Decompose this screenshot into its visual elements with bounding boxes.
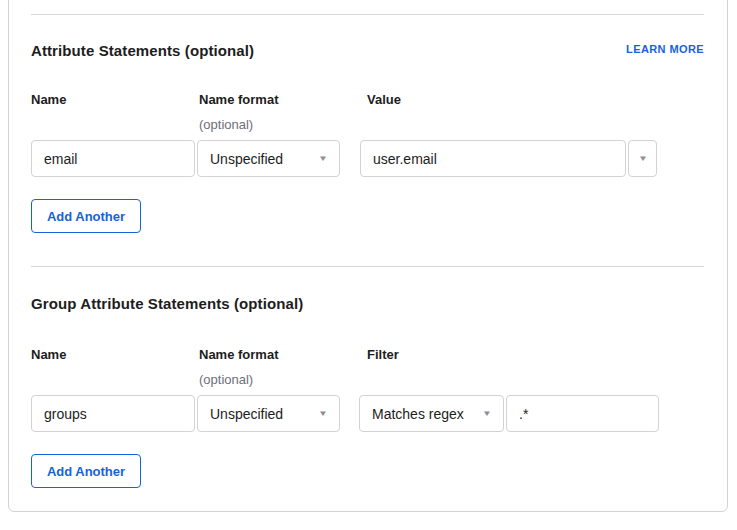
group-filter-type-selected-value: Matches regex bbox=[372, 406, 464, 422]
group-filter-column-label: Filter bbox=[367, 347, 399, 362]
settings-page: Attribute Statements (optional) LEARN MO… bbox=[0, 0, 737, 530]
chevron-down-icon: ▼ bbox=[318, 155, 328, 163]
group-filter-type-select[interactable]: Matches regex ▼ bbox=[359, 395, 504, 432]
group-add-another-button[interactable]: Add Another bbox=[31, 454, 141, 488]
attr-name-format-select[interactable]: Unspecified ▼ bbox=[197, 140, 340, 177]
group-name-format-selected-value: Unspecified bbox=[210, 406, 283, 422]
group-attribute-statements-title: Group Attribute Statements (optional) bbox=[31, 295, 303, 313]
attr-value-column-label: Value bbox=[367, 92, 401, 107]
group-name-input[interactable] bbox=[31, 395, 195, 432]
attr-add-another-button[interactable]: Add Another bbox=[31, 199, 141, 233]
attribute-statements-title: Attribute Statements (optional) bbox=[31, 42, 254, 60]
group-filter-value-input[interactable] bbox=[506, 395, 659, 432]
learn-more-link[interactable]: LEARN MORE bbox=[626, 43, 704, 56]
attr-name-format-selected-value: Unspecified bbox=[210, 151, 283, 167]
section-divider-middle bbox=[31, 266, 704, 267]
attr-value-input[interactable] bbox=[360, 140, 626, 177]
group-name-format-optional-note: (optional) bbox=[199, 372, 253, 387]
group-name-column-label: Name bbox=[31, 347, 66, 362]
form-panel bbox=[8, 0, 728, 512]
attr-name-format-optional-note: (optional) bbox=[199, 117, 253, 132]
section-divider-top bbox=[31, 14, 704, 15]
attr-name-format-column-label: Name format bbox=[199, 92, 278, 107]
group-name-format-column-label: Name format bbox=[199, 347, 278, 362]
attr-name-column-label: Name bbox=[31, 92, 66, 107]
attr-value-dropdown-button[interactable]: ▼ bbox=[628, 140, 657, 177]
chevron-down-icon: ▼ bbox=[482, 410, 492, 418]
chevron-down-icon: ▼ bbox=[318, 410, 328, 418]
group-name-format-select[interactable]: Unspecified ▼ bbox=[197, 395, 340, 432]
attr-name-input[interactable] bbox=[31, 140, 195, 177]
chevron-down-icon: ▼ bbox=[638, 155, 648, 163]
